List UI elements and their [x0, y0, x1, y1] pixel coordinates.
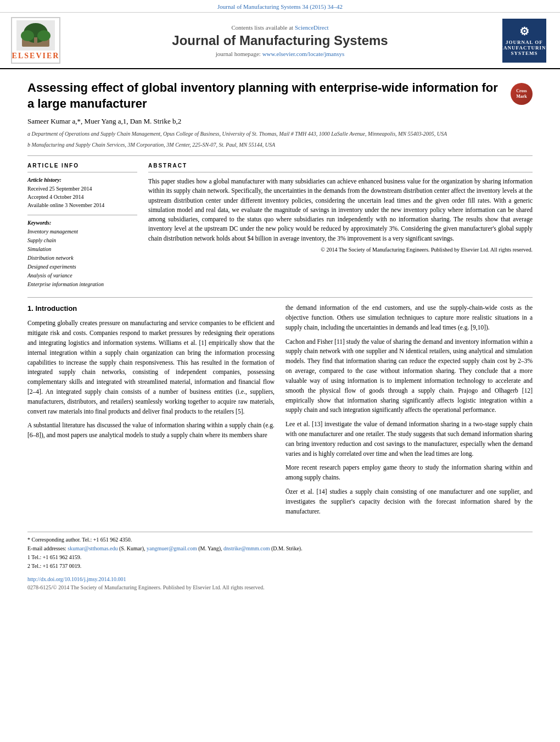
jms-logo: ⚙ JOURNAL OF MANUFACTURING SYSTEMS [500, 19, 549, 63]
elsevier-tree-icon [16, 20, 55, 51]
journal-header: ELSEVIER Contents lists available at Sci… [0, 13, 560, 69]
crossmark-badge: CrossMark [511, 83, 533, 105]
intro-col2-p1: the demand information of the end custom… [285, 303, 533, 332]
intro-col2-p2: Cachon and Fisher [11] study the value o… [285, 337, 533, 416]
body-divider [27, 297, 533, 298]
info-abstract-section: ARTICLE INFO Article history: Received 2… [27, 163, 533, 289]
email-yangmuer[interactable]: yangmuer@gmail.com [147, 545, 197, 551]
elsevier-label: ELSEVIER [12, 52, 60, 60]
keywords-label: Keywords: [27, 220, 137, 226]
keyword-6: Analysis of variance [27, 271, 137, 280]
available-date: Available online 3 November 2014 [27, 201, 137, 209]
abstract-title: ABSTRACT [148, 163, 533, 169]
abstract-divider [148, 172, 533, 172]
keyword-7: Enterprise information integration [27, 280, 137, 289]
affiliation-a: a Department of Operations and Supply Ch… [27, 130, 533, 138]
article-info-title: ARTICLE INFO [27, 163, 137, 169]
elsevier-logo: ELSEVIER [11, 17, 60, 64]
svg-point-3 [37, 30, 51, 41]
svg-point-2 [21, 30, 34, 41]
abstract-text: This paper studies how a global manufact… [148, 177, 533, 243]
crossmark-icon: CrossMark [511, 83, 533, 105]
keyword-2: Supply chain [27, 236, 137, 245]
intro-col2-p3: Lee et al. [13] investigate the value of… [285, 420, 533, 459]
body-col-left: 1. Introduction Competing globally creat… [27, 303, 275, 521]
sciencedirect-link[interactable]: ScienceDirect [295, 24, 329, 31]
intro-p2: A substantial literature has discussed t… [27, 421, 275, 440]
email-dnstrike[interactable]: dnstrike@mmm.com [223, 545, 270, 551]
intro-col2-p4: More recent research papers employ game … [285, 463, 533, 483]
abstract-copyright: © 2014 The Society of Manufacturing Engi… [148, 247, 533, 253]
jms-icon: ⚙ [519, 25, 530, 38]
intro-col2-p5: Özer et al. [14] studies a supply chain … [285, 487, 533, 516]
footnotes-section: * Corresponding author. Tel.: +1 651 962… [27, 532, 533, 571]
info-divider [27, 172, 137, 172]
keyword-4: Distribution network [27, 254, 137, 263]
homepage-link[interactable]: www.elsevier.com/locate/jmansys [262, 51, 345, 57]
intro-p1: Competing globally creates pressure on m… [27, 319, 275, 416]
received-date: Received 25 September 2014 [27, 185, 137, 193]
title-section: CrossMark Assessing effect of global inv… [27, 80, 533, 111]
banner-text: Journal of Manufacturing Systems 34 (201… [217, 3, 343, 10]
footnote-1: * Corresponding author. Tel.: +1 651 962… [27, 535, 533, 544]
divider-1 [27, 155, 533, 156]
email-skumar[interactable]: skumar@stthomas.edu [68, 545, 117, 551]
homepage-line: journal homepage: www.elsevier.com/locat… [71, 51, 489, 57]
article-history-label: Article history: [27, 177, 137, 183]
accepted-date: Accepted 4 October 2014 [27, 193, 137, 201]
authors-line: Sameer Kumar a,*, Muer Yang a,1, Dan M. … [27, 117, 533, 126]
journal-banner: Journal of Manufacturing Systems 34 (201… [0, 0, 560, 13]
svg-rect-4 [34, 37, 37, 44]
section1-heading: 1. Introduction [27, 303, 275, 314]
body-section: 1. Introduction Competing globally creat… [27, 303, 533, 521]
doi-section: http://dx.doi.org/10.1016/j.jmsy.2014.10… [27, 576, 533, 582]
doi-link[interactable]: http://dx.doi.org/10.1016/j.jmsy.2014.10… [27, 576, 126, 582]
journal-center-info: Contents lists available at ScienceDirec… [60, 24, 500, 57]
footnote-4: 2 Tel.: +1 651 737 0019. [27, 562, 533, 571]
body-col-right: the demand information of the end custom… [285, 303, 533, 521]
footnote-3: 1 Tel.: +1 651 962 4159. [27, 553, 533, 562]
keyword-1: Inventory management [27, 227, 137, 236]
keywords-divider [27, 215, 137, 215]
jms-logo-box: ⚙ JOURNAL OF MANUFACTURING SYSTEMS [502, 19, 546, 63]
keyword-5: Designed experiments [27, 263, 137, 271]
affiliation-b: b Manufacturing and Supply Chain Service… [27, 141, 533, 149]
paper-container: CrossMark Assessing effect of global inv… [0, 69, 560, 601]
journal-title: Journal of Manufacturing Systems [71, 33, 489, 48]
article-dates: Received 25 September 2014 Accepted 4 Oc… [27, 185, 137, 209]
abstract-section: ABSTRACT This paper studies how a global… [148, 163, 533, 289]
keyword-3: Simulation [27, 245, 137, 254]
footnote-email: E-mail addresses: skumar@stthomas.edu (S… [27, 544, 533, 553]
keywords-list: Inventory management Supply chain Simula… [27, 227, 137, 289]
paper-title: Assessing effect of global inventory pla… [27, 80, 533, 111]
contents-line: Contents lists available at ScienceDirec… [71, 24, 489, 31]
article-info: ARTICLE INFO Article history: Received 2… [27, 163, 137, 289]
bottom-copyright: 0278-6125/© 2014 The Society of Manufact… [27, 584, 533, 590]
